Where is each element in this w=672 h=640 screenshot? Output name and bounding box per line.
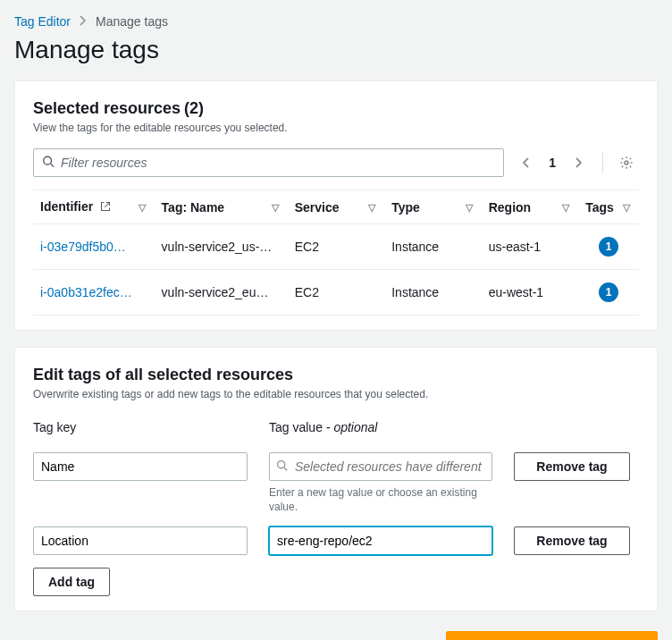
resources-table: Identifier ▽ Tag: Name▽ Service▽ Type▽ R…	[33, 189, 639, 316]
cell-service: EC2	[288, 270, 384, 316]
filter-resources-input[interactable]	[33, 148, 504, 177]
table-row: i-03e79df5b0… vuln-service2_us-… EC2 Ins…	[33, 224, 639, 270]
remove-tag-button[interactable]: Remove tag	[514, 452, 630, 481]
col-type[interactable]: Type▽	[384, 190, 481, 224]
tag-key-input[interactable]	[33, 452, 248, 481]
cell-region: us-east-1	[482, 224, 578, 270]
col-region-label: Region	[489, 200, 531, 215]
selected-resources-title: Selected resources	[33, 99, 181, 117]
search-icon	[42, 156, 55, 171]
tag-value-help: Enter a new tag value or choose an exist…	[269, 486, 492, 514]
tag-count-badge[interactable]: 1	[599, 282, 618, 302]
pagination: 1	[513, 150, 639, 175]
add-tag-button[interactable]: Add tag	[33, 568, 110, 596]
divider	[602, 153, 603, 173]
breadcrumb: Tag Editor Manage tags	[14, 14, 658, 29]
footer-actions: Cancel Review and apply tag changes	[14, 627, 658, 640]
table-row: i-0a0b31e2fec… vuln-service2_eu… EC2 Ins…	[33, 270, 639, 316]
col-service-label: Service	[295, 200, 340, 215]
svg-line-1	[51, 164, 55, 167]
svg-point-0	[44, 156, 52, 164]
external-link-icon	[100, 200, 111, 215]
tag-value-input[interactable]	[269, 526, 492, 555]
remove-tag-button[interactable]: Remove tag	[514, 526, 630, 555]
sort-icon: ▽	[368, 201, 375, 213]
page-title: Manage tags	[14, 36, 658, 64]
col-tags-label: Tags	[585, 200, 614, 215]
cell-tags: 1	[578, 224, 639, 270]
resource-identifier-link[interactable]: i-03e79df5b0…	[33, 224, 155, 270]
tag-value-input[interactable]	[269, 452, 492, 481]
sort-icon: ▽	[562, 201, 569, 213]
sort-icon: ▽	[623, 201, 630, 213]
col-service[interactable]: Service▽	[288, 190, 384, 224]
tag-value-label-text: Tag value	[269, 420, 323, 434]
edit-tags-subtitle: Overwrite existing tags or add new tags …	[33, 388, 639, 400]
cell-region: eu-west-1	[482, 270, 578, 316]
settings-button[interactable]	[614, 150, 639, 175]
review-apply-button[interactable]: Review and apply tag changes	[446, 631, 658, 640]
cell-tag-name: vuln-service2_us-…	[155, 224, 288, 270]
selected-resources-subtitle: View the tags for the editable resources…	[33, 122, 639, 134]
resource-identifier-link[interactable]: i-0a0b31e2fec…	[33, 270, 155, 316]
tag-count-badge[interactable]: 1	[599, 237, 618, 257]
tag-key-input[interactable]	[33, 526, 248, 555]
page-number: 1	[543, 156, 561, 170]
svg-point-2	[625, 161, 628, 164]
selected-resources-panel: Selected resources (2) View the tags for…	[14, 80, 658, 331]
filter-input-wrap	[33, 148, 504, 177]
breadcrumb-root[interactable]: Tag Editor	[14, 14, 71, 29]
sort-icon: ▽	[466, 201, 473, 213]
sort-icon: ▽	[139, 201, 146, 213]
chevron-right-icon	[80, 14, 87, 29]
col-tag-name-label: Tag: Name	[162, 200, 225, 215]
selected-resources-count: (2)	[184, 99, 204, 117]
col-type-label: Type	[391, 200, 420, 215]
search-icon	[276, 459, 288, 474]
tag-key-label: Tag key	[33, 420, 248, 434]
table-header-row: Identifier ▽ Tag: Name▽ Service▽ Type▽ R…	[33, 190, 639, 224]
svg-line-4	[284, 467, 287, 470]
prev-page-button[interactable]	[513, 150, 538, 175]
col-identifier-label: Identifier	[40, 199, 93, 214]
next-page-button[interactable]	[567, 150, 592, 175]
cell-type: Instance	[384, 270, 481, 316]
sort-icon: ▽	[272, 201, 279, 213]
tag-value-optional: - optional	[323, 420, 377, 434]
svg-point-3	[278, 461, 285, 468]
cell-tag-name: vuln-service2_eu…	[155, 270, 288, 316]
cell-service: EC2	[288, 224, 384, 270]
cell-tags: 1	[578, 270, 639, 316]
cancel-button[interactable]: Cancel	[371, 631, 437, 640]
tag-value-label: Tag value - optional	[269, 420, 492, 434]
breadcrumb-current: Manage tags	[96, 14, 168, 29]
col-identifier[interactable]: Identifier ▽	[33, 190, 155, 224]
edit-tags-panel: Edit tags of all selected resources Over…	[14, 347, 658, 611]
col-tags[interactable]: Tags▽	[578, 190, 639, 224]
col-region[interactable]: Region▽	[482, 190, 578, 224]
edit-tags-title: Edit tags of all selected resources	[33, 366, 639, 384]
cell-type: Instance	[384, 224, 481, 270]
col-tag-name[interactable]: Tag: Name▽	[155, 190, 288, 224]
